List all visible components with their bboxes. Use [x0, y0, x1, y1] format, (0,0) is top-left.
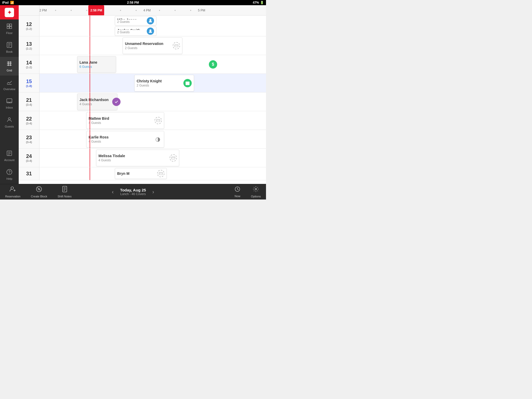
- dot-6: [159, 10, 160, 11]
- table-row: 12 (1-2) Mike Jones 2 Guests: [19, 16, 266, 36]
- sidebar-book-label: Book: [6, 50, 12, 53]
- prev-day-button[interactable]: ‹: [109, 188, 117, 196]
- battery-icon: 🔋: [260, 1, 264, 4]
- row-timeline-12[interactable]: Mike Jones 2 Guests Jordan Smith 2 Guest…: [39, 16, 266, 36]
- dot-1: [55, 10, 56, 11]
- sidebar-item-overview[interactable]: Overview: [0, 76, 19, 94]
- table-row: 13 (1-2) Unnamed Reservation 2 Guests: [19, 36, 266, 55]
- table-label-12[interactable]: 12 (1-2): [19, 16, 39, 36]
- sidebar-item-grid[interactable]: Grid: [0, 57, 19, 76]
- sidebar: ✦ Floor Book Grid: [0, 5, 19, 184]
- date-subtitle: Lunch - 46 Covers: [120, 192, 146, 196]
- create-block-icon: [36, 186, 42, 194]
- time-header: 2 PM 2:58 PM 4 PM 5 PM: [19, 5, 266, 16]
- reservation-block[interactable]: Unnamed Reservation 2 Guests: [123, 37, 182, 54]
- shift-notes-label: Shift Notes: [58, 195, 72, 198]
- sidebar-guests-label: Guests: [5, 125, 14, 128]
- row-timeline-13[interactable]: Unnamed Reservation 2 Guests: [39, 36, 266, 55]
- status-bar-time: 2:58 PM: [127, 1, 139, 4]
- current-time-line: [90, 16, 90, 36]
- table-label-23[interactable]: 23 (3-4): [19, 130, 39, 148]
- svg-rect-24: [175, 44, 178, 47]
- table-label-31[interactable]: 31: [19, 167, 39, 180]
- sidebar-account-label: Account: [4, 158, 15, 162]
- now-button[interactable]: Now: [229, 184, 246, 200]
- current-time-marker: 2:58 PM: [88, 5, 104, 15]
- table-row: 22 (3-4) Mattew Bird 4 Guests: [19, 111, 266, 130]
- sidebar-item-book[interactable]: Book: [0, 38, 19, 57]
- toolbar-left-section: Reservation Create Block: [0, 184, 109, 200]
- reservation-block[interactable]: Mattew Bird 4 Guests: [86, 112, 164, 129]
- reservation-block[interactable]: Melissa Tisdale 4 Guests: [96, 150, 179, 166]
- sidebar-item-account[interactable]: Account: [0, 147, 19, 165]
- sidebar-overview-label: Overview: [3, 88, 15, 91]
- shift-notes-icon: [62, 186, 68, 194]
- ipad-label: iPad: [2, 1, 9, 4]
- table-label-15[interactable]: 15 (1-8): [19, 74, 39, 92]
- table-row-active: 15 (1-8) Christy Knight 2 Guests: [19, 74, 266, 92]
- table-label-24[interactable]: 24 (3-4): [19, 149, 39, 167]
- time-4pm: 4 PM: [143, 5, 151, 15]
- help-icon: [6, 169, 12, 176]
- svg-rect-28: [156, 119, 160, 122]
- table-label-22[interactable]: 22 (3-4): [19, 111, 39, 130]
- sidebar-item-inbox[interactable]: Inbox: [0, 94, 19, 113]
- sidebar-grid-label: Grid: [7, 69, 12, 72]
- create-block-label: Create Block: [31, 195, 47, 198]
- time-5pm: 5 PM: [198, 5, 205, 15]
- svg-point-21: [9, 173, 10, 174]
- options-icon: [252, 186, 259, 194]
- date-main: Today, Aug 25: [120, 188, 146, 192]
- purple-check-icon: [112, 98, 121, 106]
- toolbar-right-section: Now Options: [157, 184, 266, 200]
- reservation-block[interactable]: Lana Jane 6 Guests: [77, 56, 116, 73]
- table-label-13[interactable]: 13 (1-2): [19, 36, 39, 55]
- overview-icon: [6, 79, 12, 87]
- battery-label: 47%: [253, 1, 259, 4]
- table-row: 14 (1-2) Lana Jane 6 Guests $: [19, 55, 266, 74]
- sidebar-item-guests[interactable]: Guests: [0, 113, 19, 132]
- current-time-line-13: [90, 36, 90, 55]
- dot-7: [175, 10, 176, 11]
- table-label-14[interactable]: 14 (1-2): [19, 55, 39, 74]
- next-day-button[interactable]: ›: [149, 188, 157, 196]
- half-moon-icon: ◑: [154, 135, 162, 143]
- create-block-button[interactable]: Create Block: [26, 184, 52, 200]
- wifi-icon: 📶: [10, 1, 14, 4]
- sidebar-item-floor[interactable]: Floor: [0, 19, 19, 38]
- reservation-button[interactable]: Reservation: [0, 184, 26, 200]
- row-timeline-31[interactable]: Bryn M: [39, 167, 266, 180]
- user-avatar-icon: [147, 28, 154, 35]
- svg-point-23: [149, 29, 151, 31]
- book-icon: [6, 42, 12, 49]
- reservation-block[interactable]: Bryn M: [115, 168, 167, 179]
- reservation-block[interactable]: Karlie Ross 4 Guests ◑: [86, 131, 164, 148]
- row-timeline-14[interactable]: Lana Jane 6 Guests $: [39, 55, 266, 74]
- options-button[interactable]: Options: [246, 184, 266, 200]
- now-icon: [234, 186, 241, 194]
- bottom-toolbar: Reservation Create Block: [0, 184, 266, 200]
- reservation-block[interactable]: Mike Jones 2 Guests: [115, 16, 156, 25]
- reservation-block[interactable]: Christy Knight 2 Guests: [134, 75, 194, 91]
- shift-notes-button[interactable]: Shift Notes: [52, 184, 77, 200]
- sidebar-item-help[interactable]: Help: [0, 165, 19, 184]
- svg-rect-1: [10, 24, 12, 26]
- table-label-21[interactable]: 21 (3-4): [19, 92, 39, 111]
- svg-rect-26: [186, 82, 190, 85]
- row-timeline-24[interactable]: Melissa Tisdale 4 Guests: [39, 149, 266, 167]
- row-timeline-21[interactable]: Jack Richardson 4 Guests: [39, 92, 266, 111]
- row-timeline-15[interactable]: Christy Knight 2 Guests: [39, 74, 266, 92]
- reservation-block[interactable]: Jordan Smith 2 Guests: [115, 26, 156, 36]
- grid-icon: [6, 61, 12, 68]
- svg-point-20: [7, 169, 12, 175]
- svg-point-46: [255, 188, 257, 190]
- reservation-block[interactable]: Jack Richardson 4 Guests: [77, 94, 117, 110]
- now-label: Now: [235, 195, 240, 198]
- time-track-header: 2 PM 2:58 PM 4 PM 5 PM: [39, 5, 266, 15]
- svg-point-15: [8, 118, 10, 120]
- account-icon: [6, 150, 12, 157]
- row-timeline-22[interactable]: Mattew Bird 4 Guests: [39, 111, 266, 130]
- row-timeline-23[interactable]: Karlie Ross 4 Guests ◑: [39, 130, 266, 148]
- app-logo[interactable]: ✦: [0, 5, 19, 19]
- table-row: 24 (3-4) Melissa Tisdale 4 Guests: [19, 149, 266, 167]
